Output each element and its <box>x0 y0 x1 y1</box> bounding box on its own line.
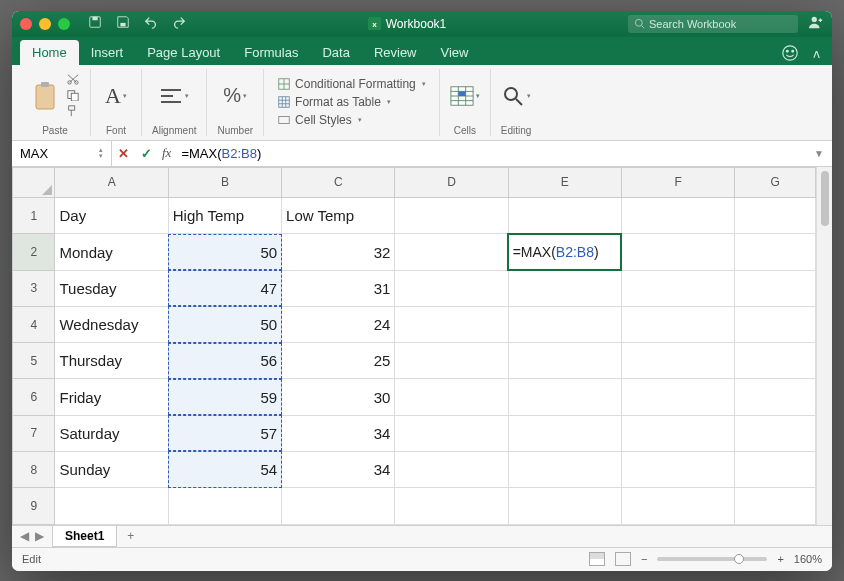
cell[interactable]: 50 <box>168 234 281 270</box>
cell[interactable] <box>508 451 621 487</box>
cell[interactable] <box>395 343 508 379</box>
row-header[interactable]: 1 <box>13 198 55 234</box>
cell[interactable]: 59 <box>168 379 281 415</box>
alignment-button[interactable] <box>159 81 189 111</box>
sheet-next-icon[interactable]: ▶ <box>35 529 44 543</box>
tab-review[interactable]: Review <box>362 40 429 65</box>
cell[interactable] <box>282 488 395 524</box>
cell[interactable]: 50 <box>168 306 281 342</box>
cell[interactable] <box>508 343 621 379</box>
accept-formula-button[interactable]: ✓ <box>135 146 158 161</box>
page-layout-view-icon[interactable] <box>615 552 631 566</box>
cell[interactable] <box>508 379 621 415</box>
row-header[interactable]: 9 <box>13 488 55 524</box>
close-icon[interactable] <box>20 18 32 30</box>
save-icon[interactable] <box>116 15 130 32</box>
cell[interactable] <box>55 488 168 524</box>
cell[interactable] <box>395 488 508 524</box>
redo-icon[interactable] <box>172 15 186 32</box>
name-box[interactable]: MAX ▴▾ <box>12 141 112 166</box>
col-header-c[interactable]: C <box>282 167 395 198</box>
cell[interactable]: 56 <box>168 343 281 379</box>
cell[interactable]: 25 <box>282 343 395 379</box>
cell[interactable] <box>508 270 621 306</box>
cell[interactable] <box>621 306 734 342</box>
cell[interactable] <box>508 306 621 342</box>
cell[interactable] <box>621 488 734 524</box>
zoom-in-button[interactable]: + <box>777 553 783 565</box>
zoom-icon[interactable] <box>58 18 70 30</box>
col-header-b[interactable]: B <box>168 167 281 198</box>
select-all-corner[interactable] <box>13 167 55 198</box>
cell[interactable]: Sunday <box>55 451 168 487</box>
cell[interactable] <box>735 234 816 270</box>
cell[interactable] <box>168 488 281 524</box>
cell[interactable]: 54 <box>168 451 281 487</box>
row-header[interactable]: 5 <box>13 343 55 379</box>
zoom-out-button[interactable]: − <box>641 553 647 565</box>
col-header-d[interactable]: D <box>395 167 508 198</box>
cell-styles-button[interactable]: Cell Styles <box>274 112 429 128</box>
cell[interactable]: Wednesday <box>55 306 168 342</box>
minimize-icon[interactable] <box>39 18 51 30</box>
row-header[interactable]: 3 <box>13 270 55 306</box>
cell[interactable] <box>735 270 816 306</box>
search-input[interactable]: Search Workbook <box>628 15 798 33</box>
cell[interactable]: 57 <box>168 415 281 451</box>
cell[interactable] <box>395 379 508 415</box>
ribbon-collapse-icon[interactable]: ʌ <box>813 47 820 61</box>
vertical-scrollbar[interactable] <box>816 167 832 525</box>
cell[interactable] <box>621 343 734 379</box>
cell[interactable] <box>508 415 621 451</box>
zoom-slider[interactable] <box>657 557 767 561</box>
namebox-stepper-icon[interactable]: ▴▾ <box>99 147 103 159</box>
cell[interactable]: Monday <box>55 234 168 270</box>
active-cell[interactable]: =MAX(B2:B8) <box>508 234 621 270</box>
tab-home[interactable]: Home <box>20 40 79 65</box>
cell[interactable] <box>395 234 508 270</box>
format-as-table-button[interactable]: Format as Table <box>274 94 429 110</box>
paste-button[interactable] <box>30 81 60 111</box>
sheet-prev-icon[interactable]: ◀ <box>20 529 29 543</box>
zoom-level[interactable]: 160% <box>794 553 822 565</box>
cell[interactable]: 32 <box>282 234 395 270</box>
row-header[interactable]: 6 <box>13 379 55 415</box>
worksheet-grid[interactable]: A B C D E F G 1DayHigh TempLow Temp 2Mon… <box>12 167 832 525</box>
col-header-a[interactable]: A <box>55 167 168 198</box>
cell[interactable] <box>621 198 734 234</box>
tab-view[interactable]: View <box>429 40 481 65</box>
cell[interactable] <box>735 379 816 415</box>
cell[interactable]: 47 <box>168 270 281 306</box>
cell[interactable]: Day <box>55 198 168 234</box>
cell[interactable]: Thursday <box>55 343 168 379</box>
cell[interactable] <box>735 343 816 379</box>
cell[interactable] <box>735 198 816 234</box>
cell[interactable]: High Temp <box>168 198 281 234</box>
cell[interactable]: 24 <box>282 306 395 342</box>
tab-insert[interactable]: Insert <box>79 40 136 65</box>
cell[interactable] <box>735 451 816 487</box>
row-header[interactable]: 4 <box>13 306 55 342</box>
sheet-tab[interactable]: Sheet1 <box>52 526 117 547</box>
cell[interactable] <box>395 198 508 234</box>
col-header-g[interactable]: G <box>735 167 816 198</box>
cancel-formula-button[interactable]: ✕ <box>112 146 135 161</box>
cut-icon[interactable] <box>66 73 80 87</box>
cells-button[interactable] <box>450 81 480 111</box>
cell[interactable]: 34 <box>282 415 395 451</box>
cell[interactable] <box>621 415 734 451</box>
conditional-formatting-button[interactable]: Conditional Formatting <box>274 76 429 92</box>
cell[interactable] <box>621 270 734 306</box>
cell[interactable] <box>395 306 508 342</box>
cell[interactable] <box>395 415 508 451</box>
col-header-e[interactable]: E <box>508 167 621 198</box>
cell[interactable] <box>735 415 816 451</box>
format-painter-icon[interactable] <box>66 105 80 119</box>
formula-input[interactable]: =MAX(B2:B8) <box>175 146 806 161</box>
tab-data[interactable]: Data <box>310 40 361 65</box>
cell[interactable]: 31 <box>282 270 395 306</box>
cell[interactable]: Low Temp <box>282 198 395 234</box>
cell[interactable] <box>508 488 621 524</box>
cell[interactable]: 34 <box>282 451 395 487</box>
cell[interactable] <box>508 198 621 234</box>
